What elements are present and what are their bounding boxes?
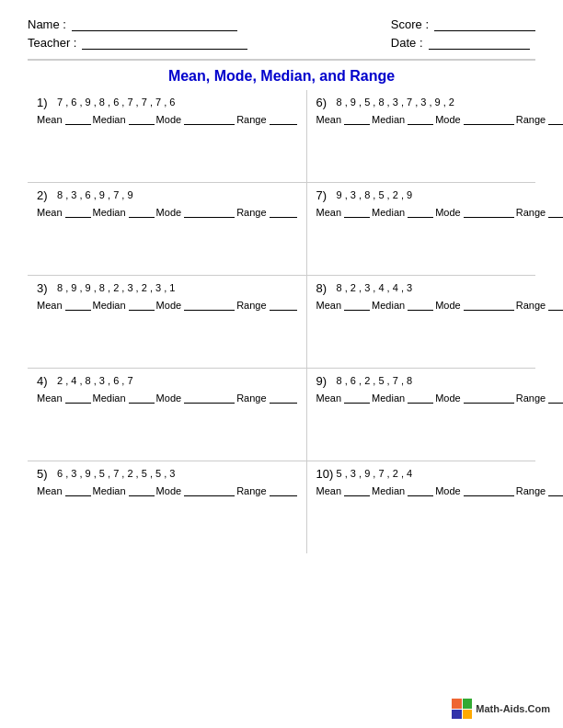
mean-answer-4[interactable]	[65, 392, 91, 404]
mean-answer-10[interactable]	[344, 484, 370, 496]
worksheet-title: Mean, Mode, Median, and Range	[28, 59, 535, 85]
problem-5-num: 5)	[37, 467, 55, 481]
median-answer-5[interactable]	[129, 484, 155, 496]
range-answer-3[interactable]	[270, 299, 297, 311]
logo: Math-Aids.Com	[452, 699, 550, 719]
range-label-10: Range	[516, 485, 546, 496]
mean-label-1: Mean	[37, 114, 63, 125]
median-label-8: Median	[372, 300, 405, 311]
mode-answer-6[interactable]	[464, 113, 514, 125]
median-answer-4[interactable]	[129, 392, 155, 404]
mean-answer-8[interactable]	[344, 299, 370, 311]
problem-5: 5) 6 , 3 , 9 , 5 , 7 , 2 , 5 , 5 , 3 Mea…	[28, 461, 307, 553]
range-answer-7[interactable]	[548, 206, 563, 218]
median-answer-10[interactable]	[408, 484, 433, 496]
logo-quadrant-3	[452, 710, 462, 720]
median-answer-3[interactable]	[129, 299, 155, 311]
mean-answer-3[interactable]	[65, 299, 91, 311]
median-answer-7[interactable]	[408, 206, 433, 218]
mode-label-7: Mode	[435, 207, 461, 218]
mode-answer-3[interactable]	[184, 299, 235, 311]
name-field: Name :	[28, 17, 247, 31]
range-answer-10[interactable]	[548, 484, 563, 496]
score-label: Score :	[391, 17, 429, 31]
logo-text: Math-Aids.Com	[476, 703, 550, 714]
teacher-input[interactable]	[82, 35, 247, 50]
problem-5-answer-row: Mean Median Mode Range	[37, 484, 297, 496]
median-answer-9[interactable]	[408, 392, 433, 404]
mean-label-10: Mean	[316, 485, 342, 496]
problem-8: 8) 8 , 2 , 3 , 4 , 4 , 3 Mean Median Mod…	[307, 276, 563, 368]
median-answer-2[interactable]	[129, 206, 155, 218]
mode-label-10: Mode	[435, 485, 461, 496]
problem-10: 10) 5 , 3 , 9 , 7 , 2 , 4 Mean Median Mo…	[307, 461, 563, 553]
problem-8-num: 8)	[316, 281, 335, 295]
date-field: Date :	[391, 35, 535, 50]
mode-answer-5[interactable]	[184, 484, 235, 496]
range-answer-6[interactable]	[548, 113, 563, 125]
mean-answer-9[interactable]	[344, 392, 370, 404]
problem-row-3: 3) 8 , 9 , 9 , 8 , 2 , 3 , 2 , 3 , 1 Mea…	[28, 276, 535, 368]
median-label-2: Median	[93, 207, 126, 218]
range-answer-5[interactable]	[270, 484, 297, 496]
mean-label-4: Mean	[37, 392, 63, 404]
mode-answer-10[interactable]	[464, 484, 514, 496]
mode-answer-4[interactable]	[184, 392, 235, 404]
problem-9-sequence: 8 , 6 , 2 , 5 , 7 , 8	[337, 374, 413, 388]
problem-3: 3) 8 , 9 , 9 , 8 , 2 , 3 , 2 , 3 , 1 Mea…	[28, 276, 307, 368]
problem-8-answer-row: Mean Median Mode Range	[316, 299, 563, 311]
score-input[interactable]	[434, 17, 535, 31]
problem-9: 9) 8 , 6 , 2 , 5 , 7 , 8 Mean Median Mod…	[307, 369, 563, 461]
logo-quadrant-2	[463, 699, 473, 709]
problem-3-sequence: 8 , 9 , 9 , 8 , 2 , 3 , 2 , 3 , 1	[57, 281, 175, 295]
range-answer-2[interactable]	[270, 206, 297, 218]
median-answer-1[interactable]	[129, 113, 155, 125]
problem-1-sequence: 7 , 6 , 9 , 8 , 6 , 7 , 7 , 7 , 6	[57, 96, 175, 109]
mean-answer-1[interactable]	[65, 113, 91, 125]
problem-2-num: 2)	[37, 188, 55, 202]
problem-8-sequence: 8 , 2 , 3 , 4 , 4 , 3	[337, 281, 413, 295]
mode-answer-8[interactable]	[464, 299, 514, 311]
mode-answer-2[interactable]	[184, 206, 235, 218]
logo-quadrant-1	[452, 699, 462, 709]
problem-1-answer-row: Mean Median Mode Range	[37, 113, 297, 125]
mode-answer-7[interactable]	[464, 206, 514, 218]
range-label-6: Range	[516, 114, 546, 125]
mean-answer-6[interactable]	[344, 113, 370, 125]
range-label-8: Range	[516, 300, 546, 311]
name-input[interactable]	[72, 17, 237, 31]
mean-answer-7[interactable]	[344, 206, 370, 218]
range-answer-8[interactable]	[548, 299, 563, 311]
median-label-4: Median	[93, 392, 126, 404]
problem-row-5: 5) 6 , 3 , 9 , 5 , 7 , 2 , 5 , 5 , 3 Mea…	[28, 461, 535, 553]
range-label-9: Range	[516, 392, 546, 404]
problem-9-answer-row: Mean Median Mode Range	[316, 392, 563, 404]
median-answer-8[interactable]	[408, 299, 433, 311]
problem-7-num: 7)	[316, 188, 335, 202]
mode-answer-1[interactable]	[184, 113, 235, 125]
range-answer-1[interactable]	[270, 113, 297, 125]
mean-answer-5[interactable]	[65, 484, 91, 496]
range-answer-4[interactable]	[270, 392, 297, 404]
mode-answer-9[interactable]	[464, 392, 514, 404]
problem-9-num: 9)	[316, 374, 335, 388]
median-label-10: Median	[372, 485, 405, 496]
problem-1-num: 1)	[37, 96, 55, 109]
problem-4: 4) 2 , 4 , 8 , 3 , 6 , 7 Mean Median Mod…	[28, 369, 307, 461]
mean-label-3: Mean	[37, 300, 63, 311]
header: Name : Teacher : Score : Date :	[28, 17, 535, 50]
date-input[interactable]	[429, 35, 530, 50]
problem-4-num: 4)	[37, 374, 55, 388]
mode-label-4: Mode	[156, 392, 182, 404]
median-answer-6[interactable]	[408, 113, 433, 125]
problem-7-answer-row: Mean Median Mode Range	[316, 206, 563, 218]
page: Name : Teacher : Score : Date : Mean, Mo…	[0, 0, 563, 728]
problem-2-sequence: 8 , 3 , 6 , 9 , 7 , 9	[57, 188, 133, 202]
mean-label-7: Mean	[316, 207, 342, 218]
score-field: Score :	[391, 17, 535, 31]
date-label: Date :	[391, 36, 423, 50]
name-label: Name :	[28, 17, 66, 31]
mean-label-9: Mean	[316, 392, 342, 404]
mean-answer-2[interactable]	[65, 206, 91, 218]
range-answer-9[interactable]	[548, 392, 563, 404]
